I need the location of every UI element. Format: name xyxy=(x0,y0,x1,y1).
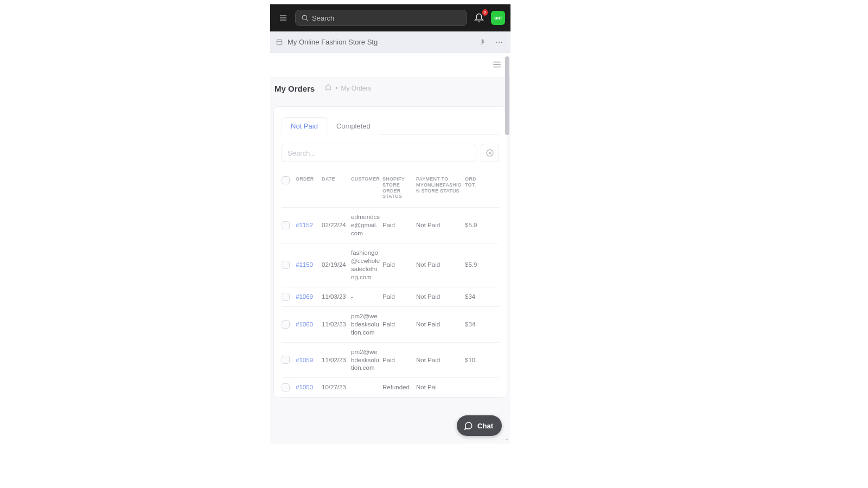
app-title-bar: My Online Fashion Store Stg xyxy=(270,31,510,53)
orders-card: Not Paid Completed ORDER DATE CUSTOMER xyxy=(273,106,507,398)
clear-search-button[interactable] xyxy=(481,144,499,162)
more-horizontal-icon xyxy=(495,38,503,47)
breadcrumb: My Orders • My Orders xyxy=(270,78,510,99)
col-total: ORD TOT. xyxy=(465,176,479,188)
global-search-input[interactable] xyxy=(312,14,461,22)
user-avatar[interactable]: onl xyxy=(491,11,505,25)
notifications-button[interactable]: 9 xyxy=(471,10,487,25)
col-shopify-status: SHOPIFY STORE ORDER STATUS xyxy=(382,176,414,200)
close-circle-icon xyxy=(486,149,494,157)
table-row: #105911/02/23pm2@webdesksolution.comPaid… xyxy=(282,343,499,378)
order-link[interactable]: #1060 xyxy=(296,320,320,329)
table-row: #115202/22/24edmondcse@gmail.comPaidNot … xyxy=(282,208,499,243)
order-customer: fashiongo@ccwholesaleclothing.com xyxy=(351,249,380,281)
menu-toggle-button[interactable] xyxy=(276,10,291,25)
svg-point-7 xyxy=(496,41,497,42)
select-all-checkbox[interactable] xyxy=(282,176,290,184)
order-shopify-status: Paid xyxy=(382,320,414,329)
order-link[interactable]: #1069 xyxy=(296,293,320,301)
order-total: $34 xyxy=(465,320,479,329)
notification-badge: 9 xyxy=(482,9,488,16)
row-checkbox[interactable] xyxy=(282,221,290,229)
order-payment-status: Not Paid xyxy=(416,221,463,229)
svg-rect-5 xyxy=(277,40,282,44)
table-row: #106011/02/23pm2@webdesksolution.comPaid… xyxy=(282,307,499,343)
order-payment-status: Not Paid xyxy=(416,320,463,329)
chat-label: Chat xyxy=(477,422,493,430)
tab-not-paid[interactable]: Not Paid xyxy=(282,117,327,135)
home-icon xyxy=(324,84,332,91)
order-customer: edmondcse@gmail.com xyxy=(351,213,380,237)
scroll-down-icon[interactable] xyxy=(504,437,509,442)
scrollbar[interactable] xyxy=(505,55,509,441)
row-checkbox[interactable] xyxy=(282,356,290,364)
tabs: Not Paid Completed xyxy=(282,117,499,135)
table-header: ORDER DATE CUSTOMER SHOPIFY STORE ORDER … xyxy=(282,173,499,208)
global-search[interactable] xyxy=(295,10,467,26)
table-row: #115002/19/24fashiongo@ccwholesaleclothi… xyxy=(282,243,499,287)
scrollbar-thumb[interactable] xyxy=(505,56,509,135)
order-date: 11/03/23 xyxy=(322,293,349,301)
breadcrumb-current: My Orders xyxy=(341,85,371,92)
svg-point-8 xyxy=(499,41,500,42)
page-title: My Orders xyxy=(275,84,315,93)
order-link[interactable]: #1152 xyxy=(296,221,320,229)
chat-button[interactable]: Chat xyxy=(457,415,502,436)
table-row: #106911/03/23-PaidNot Paid$34 xyxy=(282,287,499,307)
order-shopify-status: Paid xyxy=(382,261,414,269)
order-shopify-status: Paid xyxy=(382,221,414,229)
topbar: 9 onl xyxy=(270,4,510,31)
order-payment-status: Not Paid xyxy=(416,356,463,364)
order-date: 11/02/23 xyxy=(322,356,349,364)
row-checkbox[interactable] xyxy=(282,261,290,269)
order-date: 10/27/23 xyxy=(322,383,349,391)
svg-point-9 xyxy=(501,41,502,42)
inner-top-line xyxy=(270,53,510,78)
col-order: ORDER xyxy=(296,176,320,182)
app-title: My Online Fashion Store Stg xyxy=(288,38,473,46)
order-shopify-status: Paid xyxy=(382,356,414,364)
chat-icon xyxy=(463,421,473,431)
order-customer: pm2@webdesksolution.com xyxy=(351,348,380,373)
order-shopify-status: Refunded xyxy=(382,383,414,391)
order-total: $5.9 xyxy=(465,221,479,229)
app-icon xyxy=(276,38,283,46)
svg-line-4 xyxy=(307,20,308,21)
order-link[interactable]: #1050 xyxy=(296,383,320,391)
order-date: 11/02/23 xyxy=(322,320,349,329)
order-customer: pm2@webdesksolution.com xyxy=(351,312,380,337)
svg-point-3 xyxy=(302,15,307,20)
search-icon xyxy=(301,14,309,22)
order-payment-status: Not Paid xyxy=(416,293,463,301)
col-payment-status: PAYMENT TO MYONLINEFASHION STORE STATUS xyxy=(416,176,463,194)
orders-table: ORDER DATE CUSTOMER SHOPIFY STORE ORDER … xyxy=(282,173,499,397)
inner-menu-toggle[interactable] xyxy=(491,60,503,72)
pin-icon xyxy=(479,38,487,46)
breadcrumb-sep: • xyxy=(335,85,337,92)
row-checkbox[interactable] xyxy=(282,293,290,301)
col-customer: CUSTOMER xyxy=(351,176,380,182)
order-total: $34 xyxy=(465,293,479,301)
row-checkbox[interactable] xyxy=(282,383,290,391)
order-customer: - xyxy=(351,383,380,391)
tab-completed[interactable]: Completed xyxy=(327,117,380,135)
row-checkbox[interactable] xyxy=(282,320,290,329)
breadcrumb-home[interactable] xyxy=(324,84,332,93)
filter-row xyxy=(282,144,499,162)
order-shopify-status: Paid xyxy=(382,293,414,301)
order-link[interactable]: #1150 xyxy=(296,261,320,269)
table-row: #105010/27/23-RefundedNot Pai xyxy=(282,378,499,397)
content-scroll-area: My Orders • My Orders Not Paid Completed xyxy=(270,53,510,444)
order-date: 02/22/24 xyxy=(322,221,349,229)
hamburger-icon xyxy=(491,60,503,69)
order-payment-status: Not Paid xyxy=(416,261,463,269)
order-link[interactable]: #1059 xyxy=(296,356,320,364)
more-actions-button[interactable] xyxy=(493,36,505,48)
hamburger-icon xyxy=(279,14,288,22)
order-total: $10. xyxy=(465,356,479,364)
order-date: 02/19/24 xyxy=(322,261,349,269)
orders-search-input[interactable] xyxy=(282,144,476,162)
order-total: $5.9 xyxy=(465,261,479,269)
pin-button[interactable] xyxy=(477,36,489,48)
order-customer: - xyxy=(351,293,380,301)
